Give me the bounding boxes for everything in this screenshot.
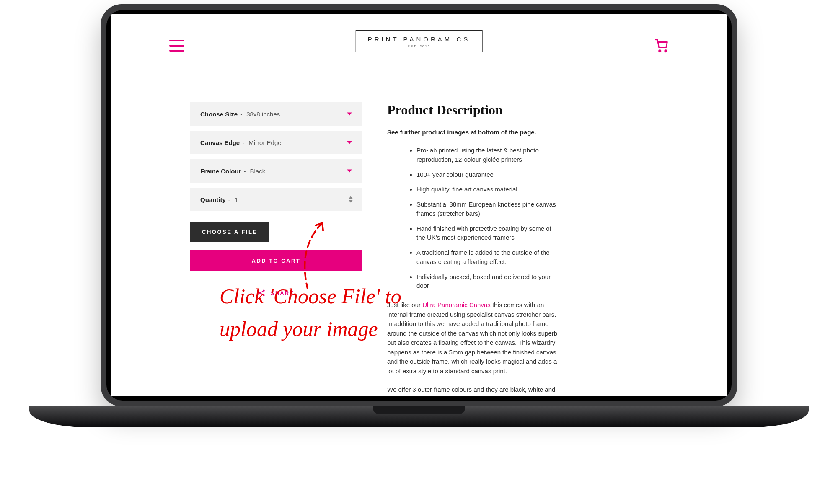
option-value: 38x8 inches: [246, 111, 280, 118]
share-button[interactable]: SHARE: [190, 289, 362, 297]
option-value: Black: [250, 168, 266, 175]
add-to-cart-button[interactable]: ADD TO CART: [190, 250, 362, 271]
product-description-panel: Product Description See further product …: [387, 102, 559, 396]
choose-size-select[interactable]: Choose Size - 38x8 inches: [190, 102, 362, 126]
site-logo[interactable]: PRINT PANORAMICS EST. 2012: [356, 30, 483, 52]
option-label: Quantity: [200, 196, 226, 203]
laptop-notch: [373, 406, 465, 414]
feature-item: A traditional frame is added to the outs…: [416, 248, 559, 266]
feature-list: Pro-lab printed using the latest & best …: [387, 146, 559, 290]
option-label: Frame Colour: [200, 168, 241, 175]
option-value: Mirror Edge: [248, 139, 281, 146]
option-label: Choose Size: [200, 111, 238, 118]
description-paragraph: Just like our Ultra Panoramic Canvas thi…: [387, 300, 559, 376]
option-label: Canvas Edge: [200, 139, 240, 146]
share-label: SHARE: [271, 290, 294, 296]
chevron-down-icon: [347, 113, 352, 116]
site-header: PRINT PANORAMICS EST. 2012: [111, 14, 727, 65]
chevron-down-icon: [347, 170, 352, 173]
svg-point-4: [263, 294, 265, 296]
laptop-mockup: PRINT PANORAMICS EST. 2012: [101, 4, 737, 423]
chevron-down-icon: [347, 141, 352, 144]
frame-colour-select[interactable]: Frame Colour - Black: [190, 159, 362, 183]
svg-point-0: [659, 50, 661, 52]
logo-text-sub: EST. 2012: [368, 44, 471, 48]
option-value: 1: [235, 196, 238, 203]
share-icon: [258, 289, 266, 297]
feature-item: Pro-lab printed using the latest & best …: [416, 146, 559, 164]
description-heading: Product Description: [387, 102, 559, 118]
canvas-edge-select[interactable]: Canvas Edge - Mirror Edge: [190, 131, 362, 154]
product-options-panel: Choose Size - 38x8 inches Canvas Edge - …: [190, 102, 362, 396]
quantity-stepper[interactable]: Quantity - 1: [190, 188, 362, 211]
feature-item: Individually packed, boxed and delivered…: [416, 272, 559, 291]
feature-item: Hand finished with protective coating by…: [416, 224, 559, 243]
svg-point-2: [263, 290, 265, 292]
product-content: Choose Size - 38x8 inches Canvas Edge - …: [111, 65, 727, 396]
description-paragraph: We offer 3 outer frame colours and they …: [387, 385, 559, 396]
feature-item: Substantial 38mm European knotless pine …: [416, 200, 559, 218]
choose-file-button[interactable]: CHOOSE A FILE: [190, 222, 269, 242]
stepper-arrows-icon: [349, 196, 353, 203]
laptop-bezel: PRINT PANORAMICS EST. 2012: [101, 4, 737, 406]
cart-icon[interactable]: [654, 39, 669, 53]
hamburger-menu-icon[interactable]: [169, 40, 184, 52]
laptop-base: [29, 406, 809, 427]
ultra-panoramic-link[interactable]: Ultra Panoramic Canvas: [422, 301, 491, 308]
description-subheading: See further product images at bottom of …: [387, 129, 559, 136]
svg-point-1: [665, 50, 667, 52]
svg-point-3: [259, 292, 261, 294]
feature-item: High quality, fine art canvas material: [416, 185, 559, 194]
laptop-screen: PRINT PANORAMICS EST. 2012: [106, 10, 732, 401]
browser-viewport: PRINT PANORAMICS EST. 2012: [111, 14, 727, 396]
logo-text-main: PRINT PANORAMICS: [368, 36, 471, 43]
feature-item: 100+ year colour guarantee: [416, 170, 559, 179]
